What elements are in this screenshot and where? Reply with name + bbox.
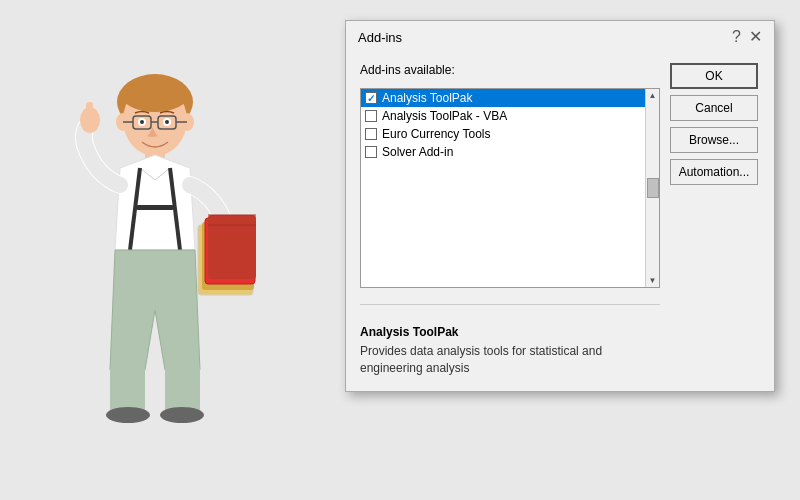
list-item[interactable]: ✓ Analysis ToolPak <box>361 89 645 107</box>
ok-button[interactable]: OK <box>670 63 758 89</box>
cancel-button[interactable]: Cancel <box>670 95 758 121</box>
list-item[interactable]: Solver Add-in <box>361 143 645 161</box>
item-label-3: Euro Currency Tools <box>382 127 491 141</box>
dialog-right-panel: OK Cancel Browse... Automation... <box>670 63 760 377</box>
listbox-container: ✓ Analysis ToolPak Analysis ToolPak - VB… <box>360 88 660 288</box>
scroll-down-arrow[interactable]: ▼ <box>647 274 659 287</box>
svg-point-2 <box>121 76 189 112</box>
svg-point-29 <box>160 407 204 423</box>
checkbox-solver[interactable] <box>365 146 377 158</box>
svg-rect-19 <box>86 102 93 122</box>
illustration <box>30 50 310 470</box>
info-description: Provides data analysis tools for statist… <box>360 343 660 377</box>
browse-button[interactable]: Browse... <box>670 127 758 153</box>
addin-dialog: Add-ins ? ✕ Add-ins available: ✓ Analysi… <box>345 20 775 392</box>
scroll-up-arrow[interactable]: ▲ <box>647 89 659 102</box>
svg-rect-17 <box>136 205 174 210</box>
info-name: Analysis ToolPak <box>360 325 660 339</box>
dialog-body: Add-ins available: ✓ Analysis ToolPak An… <box>346 51 774 391</box>
dialog-title: Add-ins <box>358 30 402 45</box>
addins-listbox[interactable]: ✓ Analysis ToolPak Analysis ToolPak - VB… <box>361 89 645 287</box>
separator <box>360 304 660 305</box>
list-item[interactable]: Euro Currency Tools <box>361 125 645 143</box>
checkbox-analysis-toolpak-vba[interactable] <box>365 110 377 122</box>
dialog-left-panel: Add-ins available: ✓ Analysis ToolPak An… <box>360 63 660 377</box>
item-label-1: Analysis ToolPak <box>382 91 473 105</box>
addins-label: Add-ins available: <box>360 63 660 77</box>
scrollbar-thumb[interactable] <box>647 178 659 198</box>
help-icon[interactable]: ? <box>732 29 741 45</box>
automation-button[interactable]: Automation... <box>670 159 758 185</box>
list-item[interactable]: Analysis ToolPak - VBA <box>361 107 645 125</box>
svg-point-13 <box>165 120 169 124</box>
listbox-scrollbar[interactable]: ▲ ▼ <box>645 89 659 287</box>
titlebar-icons: ? ✕ <box>732 29 762 45</box>
svg-point-28 <box>106 407 150 423</box>
item-label-2: Analysis ToolPak - VBA <box>382 109 507 123</box>
checkbox-euro-currency[interactable] <box>365 128 377 140</box>
dialog-titlebar: Add-ins ? ✕ <box>346 21 774 51</box>
close-icon[interactable]: ✕ <box>749 29 762 45</box>
item-label-4: Solver Add-in <box>382 145 453 159</box>
svg-point-12 <box>140 120 144 124</box>
info-section: Analysis ToolPak Provides data analysis … <box>360 325 660 377</box>
checkbox-analysis-toolpak[interactable]: ✓ <box>365 92 377 104</box>
